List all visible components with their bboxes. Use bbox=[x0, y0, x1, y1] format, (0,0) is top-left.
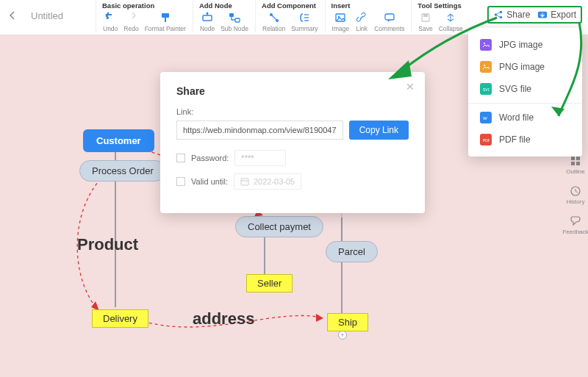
password-checkbox[interactable] bbox=[176, 154, 185, 162]
svg-rect-44 bbox=[241, 179, 248, 185]
share-panel-title: Share bbox=[176, 85, 409, 97]
share-link-label: Link: bbox=[176, 107, 409, 116]
svg-rect-35 bbox=[571, 162, 575, 165]
svg-rect-15 bbox=[385, 14, 394, 20]
format-painter-icon bbox=[159, 11, 172, 24]
group-basic: Basic operation Undo Redo Format Painter bbox=[96, 0, 193, 32]
rail-feedback-button[interactable]: Feedback bbox=[562, 215, 588, 235]
comments-icon bbox=[383, 11, 396, 24]
save-button[interactable]: Save bbox=[416, 11, 434, 32]
password-input[interactable] bbox=[234, 150, 286, 166]
svg-point-19 bbox=[500, 11, 503, 14]
image-button[interactable]: Image bbox=[330, 11, 352, 32]
svg-text:SVG: SVG bbox=[483, 87, 490, 92]
svg-rect-33 bbox=[571, 157, 575, 160]
valid-until-input[interactable]: 2022-03-05 bbox=[234, 173, 301, 190]
subnode-button[interactable]: Sub Node bbox=[218, 11, 251, 32]
undo-icon bbox=[104, 11, 117, 24]
share-button[interactable]: Share bbox=[492, 8, 531, 21]
history-icon bbox=[570, 185, 581, 197]
svg-rect-2 bbox=[165, 18, 166, 22]
copy-link-button[interactable]: Copy Link bbox=[349, 121, 409, 140]
svg-icon: SVG bbox=[480, 83, 492, 95]
redo-button[interactable]: Redo bbox=[121, 11, 140, 32]
pdf-icon: PDF bbox=[480, 134, 492, 146]
svg-rect-17 bbox=[423, 14, 428, 17]
node-parcel[interactable]: Parcel bbox=[326, 241, 378, 262]
group-tool: Tool Settings Save Collapse bbox=[411, 0, 469, 32]
svg-rect-6 bbox=[229, 13, 234, 17]
share-label: Share bbox=[506, 10, 530, 20]
collapse-icon bbox=[444, 11, 457, 24]
format-painter-button[interactable]: Format Painter bbox=[143, 11, 188, 32]
export-icon bbox=[537, 10, 548, 20]
link-button[interactable]: Link bbox=[353, 11, 370, 32]
svg-rect-36 bbox=[576, 162, 580, 165]
jpg-icon bbox=[480, 39, 492, 51]
svg-point-20 bbox=[500, 16, 503, 19]
export-label: Export bbox=[551, 10, 576, 20]
image-icon bbox=[334, 11, 347, 24]
feedback-icon bbox=[570, 215, 581, 227]
svg-point-40 bbox=[484, 65, 485, 66]
svg-rect-1 bbox=[162, 13, 169, 18]
password-label: Password: bbox=[191, 154, 229, 162]
node-delivery[interactable]: Delivery bbox=[92, 309, 148, 328]
group-add-node-label: Add Node bbox=[198, 1, 251, 10]
save-icon bbox=[419, 11, 432, 24]
export-button[interactable]: Export bbox=[536, 8, 578, 21]
export-menu-divider bbox=[468, 103, 582, 104]
share-icon bbox=[493, 10, 503, 20]
node-seller[interactable]: Seller bbox=[246, 274, 293, 292]
collapse-button[interactable]: Collapse bbox=[437, 11, 465, 32]
calendar-icon bbox=[240, 177, 249, 186]
back-arrow-icon[interactable] bbox=[6, 9, 19, 22]
export-word[interactable]: WWord file bbox=[468, 107, 582, 129]
redo-icon bbox=[124, 11, 137, 24]
export-png[interactable]: PNG image bbox=[468, 56, 582, 78]
node-ship[interactable]: Ship bbox=[327, 313, 368, 331]
share-panel: ✕ Share Link: Copy Link Password: Valid … bbox=[160, 72, 425, 213]
top-right-actions: Share Export bbox=[487, 6, 582, 24]
node-process-order[interactable]: Process Order bbox=[79, 160, 166, 182]
group-insert: Insert Image Link Comments bbox=[325, 0, 412, 32]
group-basic-label: Basic operation bbox=[101, 1, 188, 10]
summary-button[interactable]: Summary bbox=[289, 11, 320, 32]
document-title[interactable]: Untitled bbox=[31, 10, 63, 21]
export-menu: JPG image PNG image SVGSVG file WWord fi… bbox=[468, 28, 582, 157]
share-link-input[interactable] bbox=[176, 121, 343, 140]
valid-until-checkbox[interactable] bbox=[176, 177, 185, 186]
undo-button[interactable]: Undo bbox=[101, 11, 120, 32]
svg-rect-7 bbox=[235, 18, 240, 22]
add-child-handle[interactable]: + bbox=[338, 331, 347, 340]
svg-marker-28 bbox=[316, 314, 323, 322]
word-icon: W bbox=[480, 112, 492, 123]
group-add-node: Add Node Node Sub Node bbox=[193, 0, 255, 32]
svg-line-22 bbox=[497, 15, 500, 17]
valid-until-label: Valid until: bbox=[191, 177, 228, 186]
comments-button[interactable]: Comments bbox=[372, 11, 406, 32]
svg-rect-3 bbox=[203, 15, 212, 21]
node-collect-payment[interactable]: Collect paymet bbox=[235, 216, 323, 237]
relation-icon bbox=[268, 11, 281, 24]
svg-text:W: W bbox=[483, 116, 487, 121]
share-close-icon[interactable]: ✕ bbox=[406, 81, 415, 93]
canvas-text-address: address bbox=[193, 309, 254, 328]
export-pdf[interactable]: PDFPDF file bbox=[468, 129, 582, 151]
summary-icon bbox=[298, 11, 311, 24]
svg-point-39 bbox=[484, 43, 485, 44]
outline-icon bbox=[570, 155, 581, 167]
png-icon bbox=[480, 61, 492, 73]
relation-button[interactable]: Relation bbox=[260, 11, 287, 32]
svg-text:PDF: PDF bbox=[483, 138, 490, 143]
node-customer[interactable]: Customer bbox=[83, 129, 154, 152]
svg-point-5 bbox=[207, 12, 209, 15]
node-button[interactable]: Node bbox=[198, 11, 217, 32]
rail-outline-button[interactable]: Outline bbox=[566, 155, 584, 175]
export-jpg[interactable]: JPG image bbox=[468, 34, 582, 56]
title-area: Untitled bbox=[0, 0, 96, 31]
rail-history-button[interactable]: History bbox=[567, 185, 585, 205]
node-icon bbox=[201, 11, 214, 24]
export-svg[interactable]: SVGSVG file bbox=[468, 78, 582, 100]
svg-rect-34 bbox=[576, 157, 580, 160]
